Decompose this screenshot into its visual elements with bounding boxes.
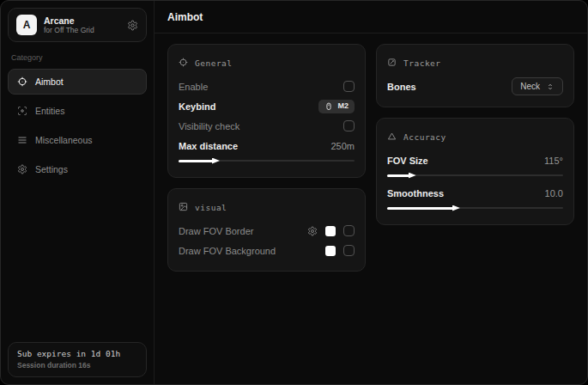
- row-bones: Bones Neck: [387, 76, 563, 96]
- smoothness-slider[interactable]: [387, 205, 563, 211]
- draw-fov-background-label: Draw FOV Background: [179, 246, 276, 256]
- sidebar-item-label: Miscellaneous: [35, 135, 93, 145]
- slider-thumb[interactable]: [452, 205, 460, 211]
- fov-size-value: 115°: [544, 156, 563, 166]
- panel-general: General Enable Keybind M2 V: [167, 44, 366, 178]
- sidebar-item-settings[interactable]: Settings: [8, 156, 147, 182]
- visibility-check-checkbox[interactable]: [343, 120, 355, 131]
- fov-size-label: FOV Size: [387, 156, 428, 166]
- row-enable: Enable: [179, 76, 355, 96]
- panel-tracker: Tracker Bones Neck: [376, 44, 574, 107]
- app-name: Arcane: [44, 15, 94, 26]
- row-draw-fov-background: Draw FOV Background: [179, 241, 355, 260]
- mouse-icon: [324, 102, 333, 111]
- sub-expiry-text: Sub expires in 1d 01h: [17, 349, 137, 358]
- smoothness-value: 10.0: [545, 188, 563, 199]
- visibility-check-label: Visibility check: [179, 121, 239, 131]
- max-distance-label: Max distance: [179, 141, 238, 151]
- keybind-value: M2: [337, 102, 349, 110]
- tracker-icon: [387, 55, 397, 70]
- slider-thumb[interactable]: [409, 173, 416, 179]
- bones-selected-value: Neck: [520, 81, 540, 92]
- draw-fov-background-checkbox[interactable]: [343, 245, 355, 256]
- sidebar-item-miscellaneous[interactable]: Miscellaneous: [8, 127, 147, 153]
- gear-icon: [17, 164, 27, 174]
- panel-title: Accuracy: [403, 132, 446, 142]
- sidebar-item-label: Aimbot: [35, 76, 64, 87]
- bones-select[interactable]: Neck: [512, 77, 563, 95]
- draw-fov-border-label: Draw FOV Border: [179, 226, 253, 236]
- max-distance-slider[interactable]: [179, 157, 355, 164]
- app-header-card: A Arcane for Off The Grid: [8, 8, 147, 42]
- max-distance-group: Max distance 250m: [179, 136, 355, 164]
- sidebar: A Arcane for Off The Grid Category Aimbo…: [1, 1, 155, 384]
- sidebar-item-entities[interactable]: Entities: [8, 98, 147, 124]
- keybind-button[interactable]: M2: [318, 100, 355, 113]
- app-logo: A: [16, 15, 37, 35]
- chevrons-up-down-icon: [546, 82, 555, 91]
- fov-background-color-swatch[interactable]: [325, 246, 336, 256]
- keybind-label: Keybind: [179, 101, 215, 112]
- app-window: A Arcane for Off The Grid Category Aimbo…: [0, 0, 588, 385]
- panel-title: General: [195, 58, 233, 68]
- right-column: Tracker Bones Neck Accuracy: [376, 44, 574, 225]
- panel-visual: visual Draw FOV Border Draw FOV Backgrou…: [167, 188, 366, 272]
- fov-size-group: FOV Size 115°: [387, 150, 563, 179]
- bones-label: Bones: [387, 82, 416, 92]
- triangle-icon: [387, 129, 397, 144]
- session-duration-text: Session duration 16s: [17, 361, 137, 370]
- crosshair-icon: [179, 55, 188, 70]
- app-subtitle: for Off The Grid: [44, 27, 94, 35]
- row-keybind: Keybind M2: [179, 96, 355, 116]
- panel-accuracy: Accuracy FOV Size 115°: [376, 118, 574, 225]
- panel-title: Tracker: [403, 58, 441, 68]
- max-distance-value: 250m: [330, 141, 355, 151]
- page-title: Aimbot: [167, 11, 203, 23]
- fov-border-color-swatch[interactable]: [325, 226, 336, 236]
- row-draw-fov-border: Draw FOV Border: [179, 221, 355, 241]
- smoothness-group: Smoothness 10.0: [387, 183, 563, 211]
- panel-title: visual: [195, 203, 227, 212]
- sidebar-item-label: Entities: [35, 106, 64, 116]
- draw-fov-border-checkbox[interactable]: [343, 225, 355, 236]
- category-label: Category: [11, 53, 143, 62]
- scan-eye-icon: [17, 106, 27, 116]
- sidebar-item-label: Settings: [35, 164, 68, 174]
- subscription-card: Sub expires in 1d 01h Session duration 1…: [8, 342, 147, 377]
- crosshair-icon: [17, 76, 27, 87]
- smoothness-label: Smoothness: [387, 188, 444, 199]
- enable-checkbox[interactable]: [343, 81, 355, 92]
- gear-icon[interactable]: [307, 226, 318, 236]
- image-icon: [179, 199, 188, 215]
- enable-label: Enable: [179, 82, 208, 92]
- main-area: Aimbot General Enable Keybind: [155, 1, 587, 384]
- slider-thumb[interactable]: [212, 158, 220, 164]
- gear-icon[interactable]: [127, 20, 138, 31]
- left-column: General Enable Keybind M2 V: [167, 44, 366, 272]
- page-header: Aimbot: [155, 1, 587, 34]
- fov-size-slider[interactable]: [387, 172, 563, 179]
- content: General Enable Keybind M2 V: [155, 34, 587, 282]
- sidebar-item-aimbot[interactable]: Aimbot: [8, 69, 147, 95]
- row-visibility-check: Visibility check: [179, 116, 355, 136]
- sliders-icon: [17, 135, 27, 145]
